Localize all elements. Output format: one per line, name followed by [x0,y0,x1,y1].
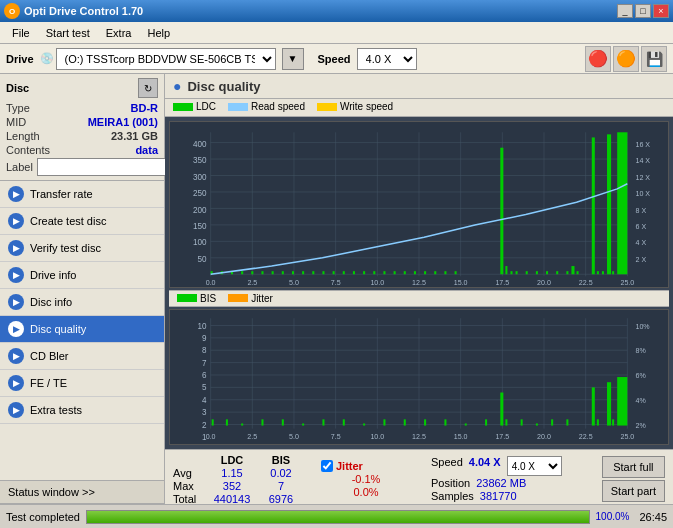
chart-icon: ● [173,78,181,94]
svg-rect-57 [302,271,304,274]
svg-rect-51 [241,271,243,274]
svg-text:6: 6 [202,371,207,380]
legend-bis-label: BIS [200,293,216,304]
transfer-rate-icon: ▶ [8,186,24,202]
status-window-button[interactable]: Status window >> [0,480,164,504]
nav-disc-quality[interactable]: ▶ Disc quality [0,316,164,343]
start-part-button[interactable]: Start part [602,480,665,502]
nav-drive-info[interactable]: ▶ Drive info [0,262,164,289]
legend-jitter-label: Jitter [251,293,273,304]
svg-text:50: 50 [198,255,207,264]
svg-text:12.5: 12.5 [412,279,426,287]
svg-rect-162 [617,377,627,425]
stats-header-ldc: LDC [207,454,257,466]
contents-label: Contents [6,144,50,156]
nav-verify-test-disc[interactable]: ▶ Verify test disc [0,235,164,262]
legend-write-label: Write speed [340,101,393,112]
app-icon: O [4,3,20,19]
svg-rect-148 [424,419,426,425]
nav-extra-tests[interactable]: ▶ Extra tests [0,397,164,424]
svg-rect-55 [282,271,284,274]
length-label: Length [6,130,40,142]
svg-text:15.0: 15.0 [454,279,468,287]
menu-help[interactable]: Help [139,25,178,41]
svg-rect-145 [363,423,365,425]
menu-start-test[interactable]: Start test [38,25,98,41]
svg-rect-83 [577,271,579,274]
chart-area: ● Disc quality LDC Read speed Write spee… [165,74,673,504]
legend-bis-color [177,294,197,302]
verify-test-disc-icon: ▶ [8,240,24,256]
maximize-button[interactable]: □ [635,4,651,18]
total-ldc: 440143 [207,493,257,504]
menu-file[interactable]: File [4,25,38,41]
avg-ldc: 1.15 [207,467,257,479]
type-value: BD-R [131,102,159,114]
disc-info-icon: ▶ [8,294,24,310]
svg-rect-146 [383,419,385,425]
nav-label-drive-info: Drive info [30,269,76,281]
svg-rect-160 [607,382,611,425]
speed-row: Speed 4.04 X 4.0 X [431,456,571,476]
speed-label: Speed [431,456,463,476]
svg-text:8%: 8% [635,347,646,355]
title-bar: O Opti Drive Control 1.70 _ □ × [0,0,673,22]
svg-rect-139 [241,423,243,425]
extra-tests-icon: ▶ [8,402,24,418]
max-bis: 7 [261,480,301,492]
svg-text:12.5: 12.5 [412,433,426,441]
minimize-button[interactable]: _ [617,4,633,18]
mid-value: MEIRA1 (001) [88,116,158,128]
legend-ldc: LDC [173,101,216,112]
stats-row: LDC BIS Avg 1.15 0.02 Max 352 7 [173,454,665,504]
drive-bar: Drive 💿 (O:) TSSTcorp BDDVDW SE-506CB TS… [0,44,673,74]
svg-text:100: 100 [193,238,207,247]
label-input[interactable] [37,158,166,176]
nav-label-transfer-rate: Transfer rate [30,188,93,200]
start-full-button[interactable]: Start full [602,456,665,478]
svg-text:200: 200 [193,205,207,214]
svg-text:17.5: 17.5 [495,279,509,287]
nav-fe-te[interactable]: ▶ FE / TE [0,370,164,397]
svg-text:8 X: 8 X [635,206,646,214]
svg-rect-68 [414,271,416,274]
close-button[interactable]: × [653,4,669,18]
position-row: Position 23862 MB [431,477,571,489]
nav-transfer-rate[interactable]: ▶ Transfer rate [0,181,164,208]
nav-label-disc-quality: Disc quality [30,323,86,335]
svg-text:4 X: 4 X [635,239,646,247]
jitter-checkbox[interactable] [321,460,333,472]
samples-row: Samples 381770 [431,490,571,502]
svg-rect-142 [302,423,304,425]
speed-select[interactable]: 4.0 X [357,48,417,70]
svg-rect-156 [551,419,553,425]
svg-text:22.5: 22.5 [579,279,593,287]
stats-total-row: Total 440143 6976 [173,493,301,504]
toolbar-icon-3[interactable]: 💾 [641,46,667,72]
chart-legend-1: LDC Read speed Write speed [165,99,673,117]
toolbar-icon-1[interactable]: 🔴 [585,46,611,72]
svg-text:22.5: 22.5 [579,433,593,441]
nav-cd-bler[interactable]: ▶ CD Bler [0,343,164,370]
bottom-chart-svg: 10 9 8 7 6 5 4 3 2 1 0.0 2.5 5.0 [170,310,668,444]
disc-icon[interactable]: ↻ [138,78,158,98]
svg-text:25.0: 25.0 [620,279,634,287]
nav-disc-info[interactable]: ▶ Disc info [0,289,164,316]
disc-panel: Disc ↻ Type BD-R MID MEIRA1 (001) Length… [0,74,164,181]
nav-label-cd-bler: CD Bler [30,350,69,362]
svg-text:10 X: 10 X [635,190,650,198]
svg-rect-75 [510,271,512,274]
jitter-header-label: Jitter [336,460,363,472]
toolbar-icon-2[interactable]: 🟠 [613,46,639,72]
svg-rect-71 [444,271,446,274]
nav-create-test-disc[interactable]: ▶ Create test disc [0,208,164,235]
svg-text:17.5: 17.5 [495,433,509,441]
svg-rect-60 [333,271,335,274]
speed-select-stats[interactable]: 4.0 X [507,456,562,476]
menu-extra[interactable]: Extra [98,25,140,41]
svg-text:10: 10 [198,321,207,330]
drive-refresh-button[interactable]: ▼ [282,48,304,70]
drive-select[interactable]: (O:) TSSTcorp BDDVDW SE-506CB TS02 [56,48,276,70]
svg-rect-150 [465,423,467,425]
svg-rect-74 [505,266,507,274]
